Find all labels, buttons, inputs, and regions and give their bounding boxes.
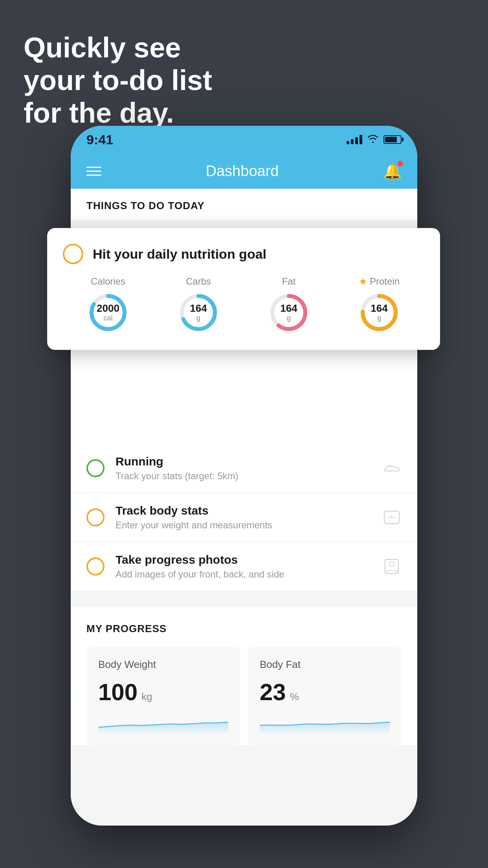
scale-icon: [382, 508, 402, 527]
protein-unit: g: [371, 314, 387, 322]
person-photo-icon: [382, 557, 402, 576]
nutrition-row: Calories 2000 cal Carbs: [63, 276, 424, 334]
status-icons: [347, 134, 402, 146]
fat-label: Fat: [282, 276, 296, 287]
body-fat-unit: %: [290, 691, 299, 703]
photos-subtitle: Add images of your front, back, and side: [116, 569, 382, 580]
body-fat-card[interactable]: Body Fat 23 %: [248, 647, 402, 745]
photos-content: Take progress photos Add images of your …: [116, 553, 382, 580]
fat-value: 164: [280, 303, 297, 314]
body-fat-value-row: 23 %: [260, 679, 390, 706]
my-progress-section: MY PROGRESS Body Weight 100 kg: [71, 607, 417, 745]
body-weight-card[interactable]: Body Weight 100 kg: [86, 647, 240, 745]
body-weight-value-row: 100 kg: [98, 679, 228, 706]
carbs-label: Carbs: [186, 276, 211, 287]
card-header-row: Hit your daily nutrition goal: [63, 244, 424, 264]
list-item[interactable]: Track body stats Enter your weight and m…: [71, 493, 417, 542]
progress-title: MY PROGRESS: [86, 623, 402, 635]
body-stats-content: Track body stats Enter your weight and m…: [116, 504, 382, 531]
signal-icon: [347, 135, 362, 144]
battery-icon: [383, 135, 402, 144]
body-stats-title: Track body stats: [116, 504, 382, 517]
carbs-donut: 164 g: [177, 291, 220, 334]
status-time: 9:41: [86, 132, 113, 147]
notification-badge: [398, 161, 403, 166]
header-title: Dashboard: [206, 163, 279, 180]
fat-item: Fat 164 g: [267, 276, 310, 334]
app-header: Dashboard 🔔: [71, 153, 417, 189]
nutrition-check-circle: [63, 244, 83, 264]
status-bar: 9:41: [71, 126, 417, 153]
body-weight-value: 100: [98, 679, 138, 706]
app-headline: Quickly see your to-do list for the day.: [24, 31, 212, 129]
calories-item: Calories 2000 cal: [86, 276, 130, 334]
fat-donut: 164 g: [267, 291, 310, 334]
body-fat-chart: [260, 714, 390, 733]
notification-bell-icon[interactable]: 🔔: [383, 162, 402, 180]
wifi-icon: [367, 134, 379, 146]
featured-nutrition-card[interactable]: Hit your daily nutrition goal Calories 2…: [47, 228, 440, 350]
fat-unit: g: [280, 314, 297, 322]
body-fat-label: Body Fat: [260, 658, 390, 671]
body-fat-value: 23: [260, 679, 286, 706]
body-weight-chart: [98, 714, 228, 733]
running-content: Running Track your stats (target: 5km): [116, 455, 382, 482]
carbs-value: 164: [190, 303, 207, 314]
nutrition-card-title: Hit your daily nutrition goal: [93, 246, 266, 262]
body-weight-label: Body Weight: [98, 658, 228, 671]
running-check-circle: [86, 459, 105, 477]
calories-donut: 2000 cal: [86, 291, 130, 334]
progress-cards: Body Weight 100 kg: [86, 647, 402, 745]
protein-value: 164: [371, 303, 387, 314]
carbs-item: Carbs 164 g: [177, 276, 220, 334]
list-item[interactable]: Running Track your stats (target: 5km): [71, 444, 417, 493]
things-to-do-title: THINGS TO DO TODAY: [86, 200, 402, 212]
carbs-unit: g: [190, 314, 207, 322]
menu-button[interactable]: [86, 167, 101, 176]
list-item[interactable]: Take progress photos Add images of your …: [71, 542, 417, 591]
running-subtitle: Track your stats (target: 5km): [116, 471, 382, 482]
calories-label: Calories: [91, 276, 125, 287]
calories-unit: cal: [97, 314, 119, 322]
photos-title: Take progress photos: [116, 553, 382, 566]
protein-donut: 164 g: [358, 291, 401, 334]
protein-label: ★ Protein: [359, 276, 400, 287]
shoe-icon: [382, 458, 402, 478]
things-to-do-header: THINGS TO DO TODAY: [71, 189, 417, 220]
body-weight-unit: kg: [141, 691, 152, 703]
todo-list: Running Track your stats (target: 5km) T…: [71, 330, 417, 591]
calories-value: 2000: [97, 303, 119, 314]
svg-point-2: [389, 562, 394, 566]
star-icon: ★: [359, 276, 367, 287]
photos-check-circle: [86, 557, 105, 576]
protein-item: ★ Protein 164 g: [358, 276, 401, 334]
running-title: Running: [116, 455, 382, 468]
body-stats-check-circle: [86, 508, 105, 526]
body-stats-subtitle: Enter your weight and measurements: [116, 520, 382, 531]
